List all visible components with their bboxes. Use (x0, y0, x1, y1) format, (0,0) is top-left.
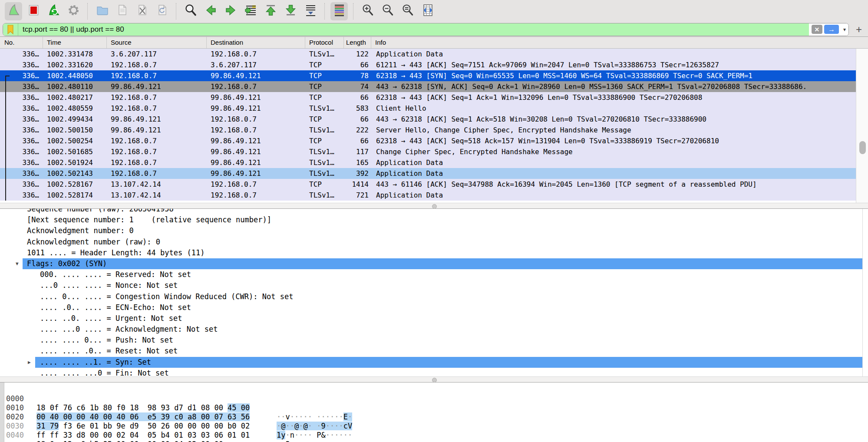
packet-row[interactable]: 336…1002.500254192.168.0.799.86.49.121TC… (0, 135, 856, 146)
filter-input-area[interactable]: tcp.port == 80 || udp.port == 80 (3, 23, 809, 36)
filter-clear-button[interactable]: ✕ (812, 25, 822, 34)
stop-capture-button[interactable] (25, 2, 42, 20)
column-header-time[interactable]: Time (43, 37, 107, 48)
zoom-in-icon (361, 3, 375, 19)
start-capture-button[interactable] (5, 2, 22, 20)
go-last-packet-button[interactable] (282, 2, 299, 20)
hex-row: 0010 00 40 00 00 40 00 40 06 e5 39 c0 a8… (0, 394, 868, 403)
filter-history-caret-icon[interactable]: ▾ (843, 26, 846, 33)
colorize-packets-button[interactable] (330, 2, 348, 20)
detail-line[interactable]: .... .... 0... = Push: Not set (0, 335, 868, 346)
detail-line[interactable]: .... .... ...0 = Fin: Not set (0, 368, 868, 376)
go-first-packet-button[interactable] (262, 2, 279, 20)
reload-document-icon (155, 3, 169, 19)
column-header-info[interactable]: Info (371, 37, 868, 48)
column-header-no[interactable]: No. (0, 37, 43, 48)
detail-line[interactable]: [Next sequence number: 1 (relative seque… (0, 214, 868, 225)
packet-row[interactable]: 336…1002.480217192.168.0.799.86.49.121TC… (0, 92, 856, 103)
toolbar-separator (87, 3, 88, 20)
detail-line[interactable]: .... .... .0.. = Reset: Not set (0, 346, 868, 356)
packet-row[interactable]: 336…1002.502143192.168.0.799.86.49.121TL… (0, 168, 856, 179)
detail-line[interactable]: ...0 .... .... = Nonce: Not set (0, 280, 868, 291)
splitter-handle-icon[interactable] (432, 378, 437, 383)
packet-list-header: No. Time Source Destination Protocol Len… (0, 37, 868, 49)
detail-line[interactable]: .... .0.. .... = ECN-Echo: Not set (0, 302, 868, 313)
packet-row[interactable]: 336…1002.49943499.86.49.121192.168.0.7TC… (0, 114, 856, 125)
detail-line-flags[interactable]: ▼Flags: 0x002 (SYN) (0, 258, 868, 269)
save-document-icon (115, 3, 129, 19)
detail-line[interactable]: Sequence number (raw): 2665041958 (0, 209, 868, 214)
capture-options-button[interactable] (65, 2, 82, 20)
hex-ascii[interactable]: 1y·n···· P&······ (277, 431, 352, 440)
packet-row[interactable]: 336…1002.501924192.168.0.799.86.49.121TL… (0, 157, 856, 168)
save-file-button[interactable] (113, 2, 131, 20)
detail-line-syn[interactable]: ▶.... .... ..1. = Syn: Set (0, 357, 868, 368)
zoom-original-icon (401, 3, 415, 19)
open-file-button[interactable] (93, 2, 111, 20)
details-scrollbar-track[interactable] (862, 209, 863, 376)
pane-splitter[interactable] (0, 203, 868, 209)
packet-row[interactable]: 336…1002.52816713.107.42.14192.168.0.7TC… (0, 179, 856, 190)
close-file-button[interactable] (133, 2, 151, 20)
gear-icon (66, 3, 81, 19)
packet-list-scrollbar[interactable] (856, 49, 868, 203)
packet-row[interactable]: 336…1002.501685192.168.0.799.86.49.121TL… (0, 146, 856, 157)
splitter-handle-icon[interactable] (432, 204, 437, 209)
hex-bytes[interactable]: 08 0a 13 e6 b5 95 00 00 00 00 04 02 00 0… (36, 440, 223, 442)
packet-details-pane: Sequence number (raw): 2665041958 [Next … (0, 209, 868, 376)
detail-line[interactable]: 000. .... .... = Reserved: Not set (0, 269, 868, 280)
toolbar-separator (324, 3, 325, 20)
packet-row-selected[interactable]: 336…1002.448050192.168.0.799.86.49.121TC… (0, 70, 856, 81)
hex-offset: 0040 (6, 431, 24, 440)
resize-columns-button[interactable] (419, 2, 436, 20)
zoom-out-icon (381, 3, 395, 19)
detail-line[interactable]: .... ..0. .... = Urgent: Not set (0, 313, 868, 324)
expander-down-icon[interactable]: ▼ (16, 258, 19, 269)
packet-row[interactable]: 336…1002.3314783.6.207.117192.168.0.7TLS… (0, 49, 856, 59)
packet-row[interactable]: 336…1002.48011099.86.49.121192.168.0.7TC… (0, 81, 856, 92)
hex-row: 0020 31 79 f3 6e 01 bb 9e d9 50 26 00 00… (0, 403, 868, 412)
resize-columns-icon (421, 3, 435, 19)
packet-row[interactable]: 336…1002.50015099.86.49.121192.168.0.7TL… (0, 125, 856, 135)
filter-expression-text[interactable]: tcp.port == 80 || udp.port == 80 (18, 25, 124, 34)
go-back-button[interactable] (202, 2, 219, 20)
zoom-original-button[interactable] (399, 2, 416, 20)
restart-capture-button[interactable] (45, 2, 62, 20)
find-packet-button[interactable] (182, 2, 199, 20)
auto-scroll-icon (304, 3, 318, 19)
stop-icon (26, 3, 41, 19)
detail-line[interactable]: 1011 .... = Header Length: 44 bytes (11) (0, 247, 868, 258)
go-to-packet-button[interactable] (242, 2, 259, 20)
detail-line[interactable]: Acknowledgment number (raw): 0 (0, 237, 868, 247)
expander-right-icon[interactable]: ▶ (28, 357, 31, 368)
filter-add-button[interactable]: + (852, 23, 865, 36)
packet-row[interactable]: 336…1002.480559192.168.0.799.86.49.121TL… (0, 103, 856, 114)
column-header-protocol[interactable]: Protocol (305, 37, 344, 48)
column-header-destination[interactable]: Destination (207, 37, 305, 48)
pane-splitter[interactable] (0, 376, 868, 383)
scrollbar-thumb[interactable] (859, 141, 866, 154)
toolbar-separator (176, 3, 177, 20)
go-forward-button[interactable] (222, 2, 239, 20)
display-filter-field[interactable]: tcp.port == 80 || udp.port == 80 ✕ → ▾ (3, 23, 849, 36)
filter-bookmark-button[interactable] (3, 23, 18, 36)
bookmark-icon (7, 24, 14, 35)
column-header-length[interactable]: Length (344, 37, 371, 48)
detail-line[interactable]: .... ...0 .... = Acknowledgment: Not set (0, 324, 868, 335)
detail-line[interactable]: .... 0... .... = Congestion Window Reduc… (0, 291, 868, 302)
packet-row[interactable]: 336…1002.52817413.107.42.14192.168.0.7TL… (0, 190, 856, 201)
go-to-packet-icon (244, 3, 258, 19)
packet-list: 336…1002.3314783.6.207.117192.168.0.7TLS… (0, 49, 868, 203)
detail-line[interactable]: Acknowledgment number: 0 (0, 225, 868, 236)
column-header-source[interactable]: Source (107, 37, 207, 48)
hex-bytes[interactable]: ff ff 33 d8 00 00 02 04 05 b4 01 03 03 0… (36, 431, 250, 440)
auto-scroll-button[interactable] (302, 2, 319, 20)
zoom-out-button[interactable] (379, 2, 396, 20)
reload-file-button[interactable] (153, 2, 171, 20)
wireshark-window: tcp.port == 80 || udp.port == 80 ✕ → ▾ +… (0, 0, 868, 442)
main-toolbar (0, 0, 868, 22)
hex-ascii[interactable]: ··3····· ········ (277, 440, 352, 442)
filter-apply-button[interactable]: → (824, 25, 839, 34)
zoom-in-button[interactable] (359, 2, 376, 20)
packet-row[interactable]: 336…1002.331620192.168.0.73.6.207.117TCP… (0, 59, 856, 70)
